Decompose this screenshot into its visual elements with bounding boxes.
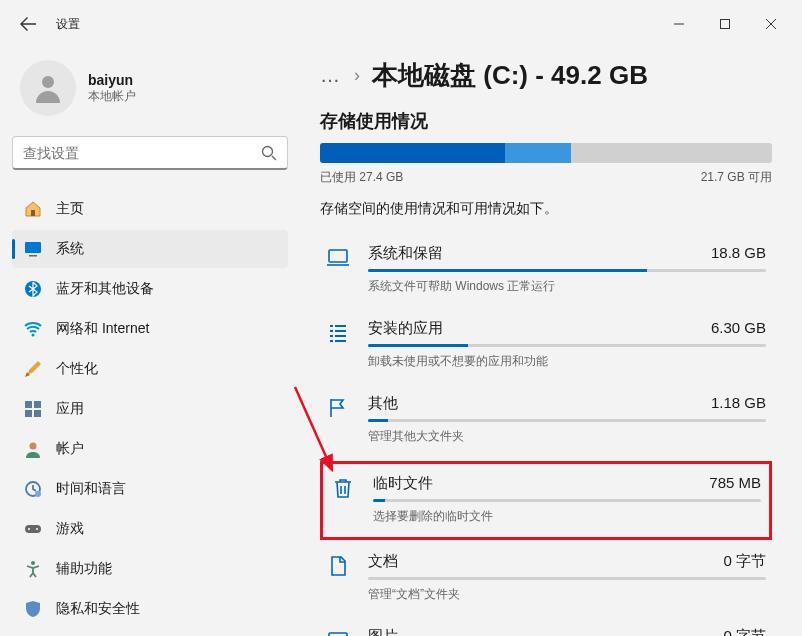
clock-icon [24,480,42,498]
storage-size: 1.18 GB [711,394,766,413]
storage-item-pictures[interactable]: 图片0 字节 [320,617,772,636]
apps-icon [24,400,42,418]
storage-size: 0 字节 [723,627,766,636]
storage-item-system[interactable]: 系统和保留18.8 GB 系统文件可帮助 Windows 正常运行 [320,234,772,309]
window-buttons [656,8,794,40]
storage-label: 文档 [368,552,398,571]
sidebar-item-label: 隐私和安全性 [56,600,140,618]
svg-rect-19 [329,250,347,262]
usage-segment-other [505,143,571,163]
sidebar-item-apps[interactable]: 应用 [12,390,288,428]
storage-label: 安装的应用 [368,319,443,338]
breadcrumb-overflow[interactable]: … [320,64,342,87]
image-icon [326,629,350,636]
maximize-icon [720,19,730,29]
sidebar-item-privacy[interactable]: 隐私和安全性 [12,590,288,628]
svg-point-16 [28,528,30,530]
trash-icon [331,476,355,500]
sidebar-item-accessibility[interactable]: 辅助功能 [12,550,288,588]
sidebar: baiyun 本地帐户 主页 系统 蓝牙和其他设备 网络和 Inte [0,48,300,636]
storage-label: 图片 [368,627,398,636]
svg-point-17 [36,528,38,530]
sidebar-item-home[interactable]: 主页 [12,190,288,228]
storage-size: 18.8 GB [711,244,766,263]
minimize-button[interactable] [656,8,702,40]
user-subtitle: 本地帐户 [88,88,136,105]
usage-labels: 已使用 27.4 GB 21.7 GB 可用 [320,169,772,186]
storage-item-documents[interactable]: 文档0 字节 管理“文档”文件夹 [320,542,772,617]
storage-usage-bar [320,143,772,163]
storage-size: 0 字节 [723,552,766,571]
flag-icon [326,396,350,420]
sidebar-item-personalize[interactable]: 个性化 [12,350,288,388]
svg-rect-3 [31,210,35,216]
sidebar-item-label: 个性化 [56,360,98,378]
storage-item-other[interactable]: 其他1.18 GB 管理其他大文件夹 [320,384,772,459]
storage-sub: 选择要删除的临时文件 [373,508,761,525]
svg-point-2 [263,146,273,156]
svg-rect-4 [25,242,41,253]
maximize-button[interactable] [702,8,748,40]
document-icon [326,554,350,578]
close-button[interactable] [748,8,794,40]
storage-list: 系统和保留18.8 GB 系统文件可帮助 Windows 正常运行 安装的应用6… [320,234,772,636]
storage-sub: 卸载未使用或不想要的应用和功能 [368,353,766,370]
sidebar-item-label: 应用 [56,400,84,418]
sidebar-item-system[interactable]: 系统 [12,230,288,268]
sidebar-item-time[interactable]: 时间和语言 [12,470,288,508]
svg-rect-5 [29,255,37,257]
storage-sub: 管理“文档”文件夹 [368,586,766,603]
page-title: 本地磁盘 (C:) - 49.2 GB [372,58,648,93]
minimize-icon [674,19,684,29]
bluetooth-icon [24,280,42,298]
svg-rect-9 [34,401,41,408]
search-input[interactable] [23,145,261,161]
sidebar-item-gaming[interactable]: 游戏 [12,510,288,548]
search-box[interactable] [12,136,288,170]
highlight-box: 临时文件785 MB 选择要删除的临时文件 [320,461,772,540]
svg-rect-15 [25,525,41,533]
storage-label: 系统和保留 [368,244,443,263]
sidebar-item-network[interactable]: 网络和 Internet [12,310,288,348]
sidebar-item-label: 系统 [56,240,84,258]
sidebar-item-label: 时间和语言 [56,480,126,498]
list-icon [326,321,350,345]
free-label: 21.7 GB 可用 [701,169,772,186]
description: 存储空间的使用情况和可用情况如下。 [320,200,772,218]
used-label: 已使用 27.4 GB [320,169,403,186]
storage-bar [373,499,761,502]
svg-point-18 [31,561,35,565]
svg-point-1 [42,76,54,88]
sidebar-item-label: 辅助功能 [56,560,112,578]
gaming-icon [24,520,42,538]
storage-size: 785 MB [709,474,761,493]
svg-rect-8 [25,401,32,408]
brush-icon [24,360,42,378]
avatar [20,60,76,116]
storage-bar [368,577,766,580]
shield-icon [24,600,42,618]
sidebar-item-label: 主页 [56,200,84,218]
storage-bar [368,269,766,272]
profile-block[interactable]: baiyun 本地帐户 [12,48,288,136]
storage-label: 临时文件 [373,474,433,493]
wifi-icon [24,320,42,338]
sidebar-item-account[interactable]: 帐户 [12,430,288,468]
main-content: … › 本地磁盘 (C:) - 49.2 GB 存储使用情况 已使用 27.4 … [300,48,802,636]
storage-label: 其他 [368,394,398,413]
chevron-right-icon: › [354,65,360,86]
svg-point-12 [30,443,37,450]
app-title: 设置 [56,16,80,33]
storage-bar [368,419,766,422]
sidebar-item-label: 蓝牙和其他设备 [56,280,154,298]
sidebar-item-bluetooth[interactable]: 蓝牙和其他设备 [12,270,288,308]
storage-sub: 系统文件可帮助 Windows 正常运行 [368,278,766,295]
svg-rect-0 [721,20,730,29]
storage-item-temp[interactable]: 临时文件785 MB 选择要删除的临时文件 [325,466,767,535]
svg-rect-10 [25,410,32,417]
storage-item-apps[interactable]: 安装的应用6.30 GB 卸载未使用或不想要的应用和功能 [320,309,772,384]
back-button[interactable] [8,4,48,44]
search-icon [261,145,277,161]
close-icon [766,19,776,29]
svg-rect-11 [34,410,41,417]
